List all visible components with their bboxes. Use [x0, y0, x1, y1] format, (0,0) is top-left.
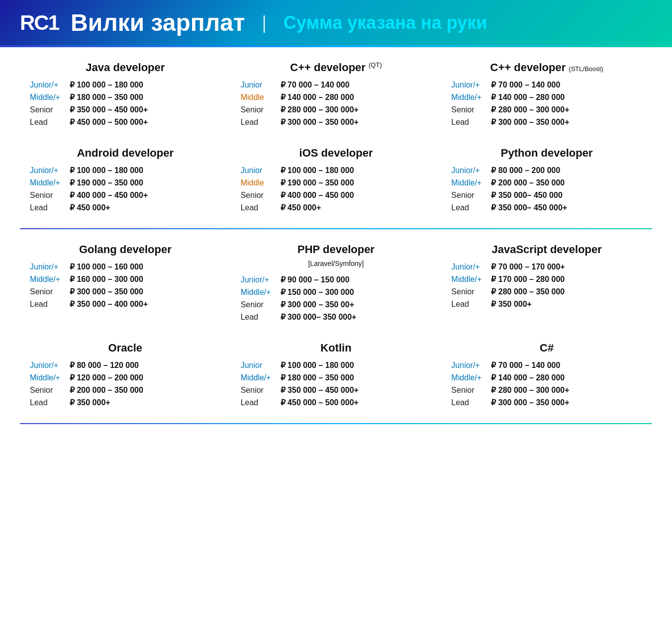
android-middle-salary: ₽ 190 000 – 350 000: [70, 178, 143, 187]
android-lead-salary: ₽ 450 000+: [70, 203, 110, 212]
java-developer-block: Java developer Junior/+ ₽ 100 000 – 180 …: [20, 57, 231, 138]
python-developer-title: Python developer: [451, 147, 642, 160]
csharp-senior-level: Senior: [451, 386, 487, 395]
php-senior-row: Senior ₽ 300 000 – 350 00+: [241, 300, 432, 309]
python-senior-row: Senior ₽ 350 000– 450 000: [451, 190, 642, 200]
php-senior-salary: ₽ 300 000 – 350 00+: [281, 300, 354, 309]
js-senior-row: Senior ₽ 280 000 – 350 000: [451, 287, 642, 296]
android-junior-row: Junior/+ ₽ 100 000 – 180 000: [30, 166, 221, 175]
golang-senior-level: Senior: [30, 287, 66, 296]
csharp-middle-row: Middle/+ ₽ 140 000 – 280 000: [451, 373, 642, 382]
golang-lead-salary: ₽ 350 000 – 400 000+: [70, 299, 148, 309]
kotlin-lead-salary: ₽ 450 000 – 500 000+: [281, 398, 359, 407]
js-junior-salary: ₽ 70 000 – 170 000+: [491, 262, 565, 271]
csharp-senior-salary: ₽ 280 000 – 300 000+: [491, 385, 569, 395]
php-middle-level: Middle/+: [241, 288, 277, 297]
android-developer-block: Android developer Junior/+ ₽ 100 000 – 1…: [20, 143, 231, 223]
cpp-stl-developer-title: C++ developer (STL/Boost): [451, 61, 642, 74]
cpp-stl-lead-row: Lead ₽ 300 000 – 350 000+: [451, 117, 642, 127]
oracle-junior-row: Junior/+ ₽ 80 000 – 120 000: [30, 360, 221, 370]
js-senior-salary: ₽ 280 000 – 350 000: [491, 287, 565, 296]
java-senior-level: Senior: [30, 105, 66, 114]
oracle-developer-block: Oracle Junior/+ ₽ 80 000 – 120 000 Middl…: [20, 338, 231, 418]
oracle-senior-row: Senior ₽ 200 000 – 350 000: [30, 385, 221, 395]
android-junior-salary: ₽ 100 000 – 180 000: [70, 166, 143, 175]
cpp-stl-middle-level: Middle/+: [451, 93, 487, 102]
js-developer-block: JavaScript developer Junior/+ ₽ 70 000 –…: [441, 239, 652, 333]
golang-junior-level: Junior/+: [30, 263, 66, 271]
php-junior-level: Junior/+: [241, 275, 277, 284]
js-middle-salary: ₽ 170 000 – 280 000: [491, 274, 565, 284]
kotlin-junior-salary: ₽ 100 000 – 180 000: [281, 360, 354, 370]
python-lead-salary: ₽ 350 000– 450 000+: [491, 203, 567, 212]
oracle-junior-level: Junior/+: [30, 361, 66, 370]
android-lead-row: Lead ₽ 450 000+: [30, 203, 221, 212]
java-lead-level: Lead: [30, 118, 66, 127]
php-middle-row: Middle/+ ₽ 150 000 – 300 000: [241, 287, 432, 297]
kotlin-developer-title: Kotlin: [241, 342, 432, 355]
oracle-senior-level: Senior: [30, 386, 66, 395]
section-2-grid: Android developer Junior/+ ₽ 100 000 – 1…: [20, 143, 652, 223]
section-3-grid: Golang developer Junior/+ ₽ 100 000 – 16…: [20, 239, 652, 333]
java-lead-salary: ₽ 450 000 – 500 000+: [70, 117, 148, 127]
js-senior-level: Senior: [451, 287, 487, 296]
csharp-middle-salary: ₽ 140 000 – 280 000: [491, 373, 565, 382]
golang-middle-row: Middle/+ ₽ 160 000 – 300 000: [30, 274, 221, 284]
python-middle-row: Middle/+ ₽ 200 000 – 350 000: [451, 178, 642, 187]
csharp-junior-level: Junior/+: [451, 361, 487, 370]
ios-developer-block: iOS developer Junior ₽ 100 000 – 180 000…: [231, 143, 442, 223]
section-divider-2: [20, 423, 652, 424]
php-lead-level: Lead: [241, 313, 277, 322]
golang-middle-level: Middle/+: [30, 275, 66, 284]
ios-middle-level: Middle: [241, 178, 277, 187]
js-middle-level: Middle/+: [451, 275, 487, 284]
android-senior-row: Senior ₽ 400 000 – 450 000+: [30, 190, 221, 200]
java-junior-row: Junior/+ ₽ 100 000 – 180 000: [30, 80, 221, 89]
page-header: RC1 Вилки зарплат | Сумма указана на рук…: [0, 0, 672, 45]
cpp-qt-middle-row: Middle ₽ 140 000 – 280 000: [241, 92, 432, 102]
kotlin-junior-row: Junior ₽ 100 000 – 180 000: [241, 360, 432, 370]
cpp-qt-junior-level: Junior: [241, 81, 277, 89]
android-senior-salary: ₽ 400 000 – 450 000+: [70, 190, 148, 200]
kotlin-junior-level: Junior: [241, 361, 277, 370]
oracle-middle-row: Middle/+ ₽ 120 000 – 200 000: [30, 373, 221, 382]
php-lead-row: Lead ₽ 300 000– 350 000+: [241, 312, 432, 322]
golang-junior-row: Junior/+ ₽ 100 000 – 160 000: [30, 262, 221, 271]
php-lead-salary: ₽ 300 000– 350 000+: [281, 312, 357, 322]
ios-lead-row: Lead ₽ 450 000+: [241, 203, 432, 212]
php-senior-level: Senior: [241, 300, 277, 309]
cpp-stl-junior-row: Junior/+ ₽ 70 000 – 140 000: [451, 80, 642, 89]
golang-middle-salary: ₽ 160 000 – 300 000: [70, 274, 143, 284]
python-junior-level: Junior/+: [451, 166, 487, 175]
php-developer-block: PHP developer[Laravel/Symfony] Junior/+ …: [231, 239, 442, 333]
kotlin-middle-row: Middle/+ ₽ 180 000 – 350 000: [241, 373, 432, 382]
oracle-middle-salary: ₽ 120 000 – 200 000: [70, 373, 143, 382]
python-middle-salary: ₽ 200 000 – 350 000: [491, 178, 565, 187]
golang-senior-salary: ₽ 300 000 – 350 000: [70, 287, 143, 296]
kotlin-senior-salary: ₽ 350 000 – 450 000+: [281, 385, 359, 395]
section-1-grid: Java developer Junior/+ ₽ 100 000 – 180 …: [20, 57, 652, 138]
python-senior-level: Senior: [451, 191, 487, 200]
python-developer-block: Python developer Junior/+ ₽ 80 000 – 200…: [441, 143, 652, 223]
cpp-qt-middle-salary: ₽ 140 000 – 280 000: [281, 92, 354, 102]
csharp-junior-row: Junior/+ ₽ 70 000 – 140 000: [451, 360, 642, 370]
logo: RC1: [20, 11, 59, 35]
java-junior-salary: ₽ 100 000 – 180 000: [70, 80, 143, 89]
section-4-grid: Oracle Junior/+ ₽ 80 000 – 120 000 Middl…: [20, 338, 652, 418]
oracle-middle-level: Middle/+: [30, 373, 66, 382]
cpp-qt-junior-row: Junior ₽ 70 000 – 140 000: [241, 80, 432, 89]
android-junior-level: Junior/+: [30, 166, 66, 175]
cpp-qt-junior-salary: ₽ 70 000 – 140 000: [281, 80, 350, 89]
header-title: Вилки зарплат: [71, 9, 245, 36]
ios-senior-row: Senior ₽ 400 000 – 450 000: [241, 190, 432, 200]
csharp-middle-level: Middle/+: [451, 373, 487, 382]
cpp-qt-senior-row: Senior ₽ 280 000 – 300 000+: [241, 105, 432, 114]
kotlin-middle-level: Middle/+: [241, 373, 277, 382]
ios-middle-salary: ₽ 190 000 – 350 000: [281, 178, 354, 187]
cpp-qt-senior-level: Senior: [241, 105, 277, 114]
oracle-lead-level: Lead: [30, 398, 66, 407]
ios-senior-salary: ₽ 400 000 – 450 000: [281, 190, 354, 200]
cpp-stl-lead-salary: ₽ 300 000 – 350 000+: [491, 117, 569, 127]
oracle-senior-salary: ₽ 200 000 – 350 000: [70, 385, 143, 395]
cpp-qt-developer-block: C++ developer (QT) Junior ₽ 70 000 – 140…: [231, 57, 442, 138]
